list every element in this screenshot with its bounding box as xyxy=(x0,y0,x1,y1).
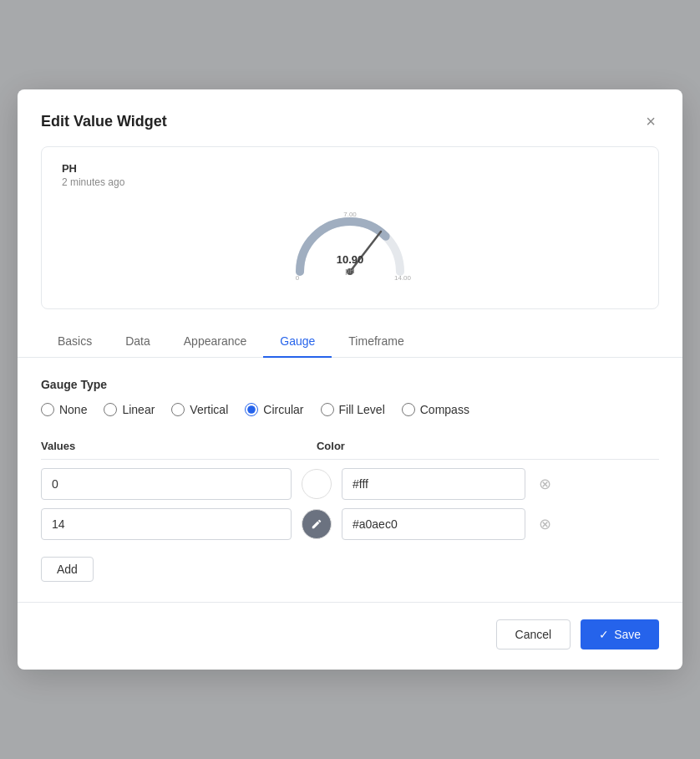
add-row-button[interactable]: Add xyxy=(41,557,94,582)
pencil-icon xyxy=(311,518,322,530)
tab-timeframe[interactable]: Timeframe xyxy=(332,326,420,358)
color-swatch-2[interactable] xyxy=(302,509,332,539)
radio-option-none[interactable]: None xyxy=(41,403,87,416)
radio-option-fill-level[interactable]: Fill Level xyxy=(321,403,385,416)
value-row-2: ⊗ xyxy=(41,508,659,540)
value-row-1: ⊗ xyxy=(41,468,659,500)
radio-circular[interactable] xyxy=(245,403,258,416)
remove-row-2-button[interactable]: ⊗ xyxy=(535,512,555,537)
sensor-name: PH xyxy=(62,162,638,175)
tab-gauge[interactable]: Gauge xyxy=(263,326,332,358)
gauge-svg: 10.90 pH 0 14.00 7.00 xyxy=(283,196,417,280)
tab-bar: Basics Data Appearance Gauge Timeframe xyxy=(18,326,682,358)
radio-none[interactable] xyxy=(41,403,54,416)
color-swatch-1[interactable] xyxy=(302,469,332,499)
values-section: Values Color ⊗ xyxy=(41,440,659,582)
radio-fill-level[interactable] xyxy=(321,403,334,416)
cancel-button[interactable]: Cancel xyxy=(496,619,571,649)
svg-text:10.90: 10.90 xyxy=(337,253,364,266)
svg-text:7.00: 7.00 xyxy=(343,211,357,218)
modal-title: Edit Value Widget xyxy=(41,113,167,130)
radio-fill-level-label: Fill Level xyxy=(339,403,385,416)
col-values-label: Values xyxy=(41,440,317,452)
modal-footer: Cancel ✓ Save xyxy=(18,602,682,670)
radio-option-circular[interactable]: Circular xyxy=(245,403,303,416)
modal-dialog: Edit Value Widget × PH 2 minutes ago 10.… xyxy=(18,89,682,670)
svg-text:pH: pH xyxy=(345,267,355,275)
save-checkmark-icon: ✓ xyxy=(599,628,609,641)
tab-basics[interactable]: Basics xyxy=(41,326,109,358)
gauge-type-label: Gauge Type xyxy=(41,378,659,391)
values-header: Values Color xyxy=(41,440,659,460)
gauge-preview: 10.90 pH 0 14.00 7.00 xyxy=(62,188,638,288)
gauge-type-radio-group: None Linear Vertical Circular xyxy=(41,403,659,416)
value-input-2[interactable] xyxy=(41,508,292,540)
save-button[interactable]: ✓ Save xyxy=(581,619,659,649)
modal-overlay: Edit Value Widget × PH 2 minutes ago 10.… xyxy=(0,0,700,759)
modal-header: Edit Value Widget × xyxy=(18,89,682,146)
radio-vertical[interactable] xyxy=(171,403,185,416)
tab-appearance[interactable]: Appearance xyxy=(167,326,264,358)
modal-content: Gauge Type None Linear Vertical xyxy=(18,358,682,602)
radio-linear-label: Linear xyxy=(122,403,155,416)
radio-compass[interactable] xyxy=(402,403,415,416)
radio-vertical-label: Vertical xyxy=(190,403,228,416)
value-input-1[interactable] xyxy=(41,468,292,500)
svg-text:14.00: 14.00 xyxy=(394,274,412,280)
tab-data[interactable]: Data xyxy=(109,326,167,358)
color-hex-input-2[interactable] xyxy=(342,508,525,540)
svg-text:0: 0 xyxy=(296,274,300,280)
close-button[interactable]: × xyxy=(642,110,659,133)
time-ago: 2 minutes ago xyxy=(62,176,638,188)
remove-row-1-button[interactable]: ⊗ xyxy=(535,471,555,497)
color-hex-input-1[interactable] xyxy=(342,468,525,500)
save-label: Save xyxy=(614,628,641,641)
radio-option-vertical[interactable]: Vertical xyxy=(171,403,228,416)
col-color-label: Color xyxy=(317,440,659,452)
radio-circular-label: Circular xyxy=(263,403,303,416)
radio-option-linear[interactable]: Linear xyxy=(104,403,155,416)
gauge-type-section: Gauge Type None Linear Vertical xyxy=(41,378,659,416)
radio-linear[interactable] xyxy=(104,403,117,416)
radio-compass-label: Compass xyxy=(420,403,469,416)
preview-card: PH 2 minutes ago 10.90 pH 0 14.00 7.00 xyxy=(41,146,659,309)
radio-option-compass[interactable]: Compass xyxy=(402,403,469,416)
radio-none-label: None xyxy=(59,403,87,416)
